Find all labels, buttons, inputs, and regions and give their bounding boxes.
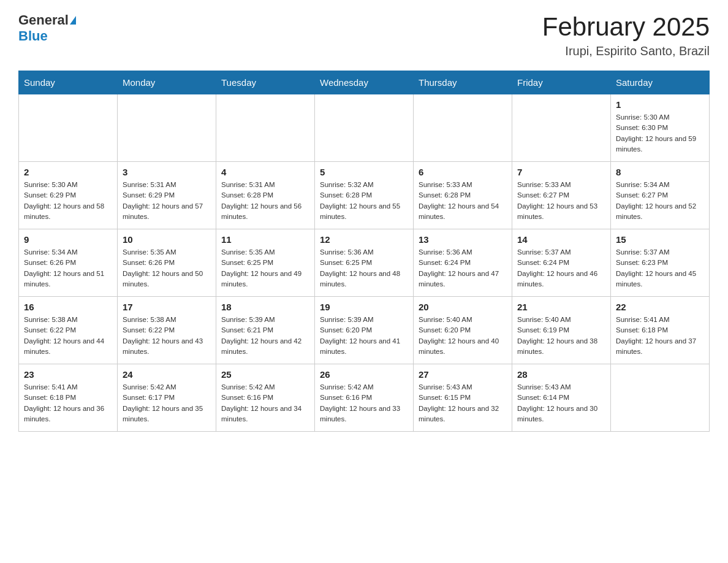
calendar-cell: 19Sunrise: 5:39 AMSunset: 6:20 PMDayligh… [315,297,414,364]
day-number: 11 [221,234,309,245]
day-number: 27 [419,369,507,380]
day-number: 12 [320,234,408,245]
calendar-cell: 4Sunrise: 5:31 AMSunset: 6:28 PMDaylight… [216,162,315,229]
day-of-week-header: Sunday [19,71,118,94]
day-number: 18 [221,302,309,312]
week-row: 1Sunrise: 5:30 AMSunset: 6:30 PMDaylight… [19,94,710,162]
day-number: 4 [221,167,309,177]
day-number: 15 [616,234,704,245]
day-info: Sunrise: 5:40 AMSunset: 6:19 PMDaylight:… [517,315,605,357]
day-number: 14 [517,234,605,245]
day-info: Sunrise: 5:42 AMSunset: 6:17 PMDaylight:… [123,382,211,424]
day-info: Sunrise: 5:38 AMSunset: 6:22 PMDaylight:… [123,315,211,357]
day-info: Sunrise: 5:38 AMSunset: 6:22 PMDaylight:… [24,315,112,357]
day-info: Sunrise: 5:43 AMSunset: 6:14 PMDaylight:… [517,382,605,424]
day-number: 22 [616,302,704,312]
calendar-cell: 18Sunrise: 5:39 AMSunset: 6:21 PMDayligh… [216,297,315,364]
calendar-cell [611,364,710,432]
day-info: Sunrise: 5:43 AMSunset: 6:15 PMDaylight:… [419,382,507,424]
day-info: Sunrise: 5:40 AMSunset: 6:20 PMDaylight:… [419,315,507,357]
calendar-cell: 12Sunrise: 5:36 AMSunset: 6:25 PMDayligh… [315,229,414,297]
day-info: Sunrise: 5:42 AMSunset: 6:16 PMDaylight:… [320,382,408,424]
logo-triangle-icon [70,16,76,25]
calendar-cell: 27Sunrise: 5:43 AMSunset: 6:15 PMDayligh… [414,364,512,432]
day-of-week-header: Tuesday [216,71,315,94]
day-number: 3 [123,167,211,177]
calendar-cell: 6Sunrise: 5:33 AMSunset: 6:28 PMDaylight… [414,162,512,229]
day-info: Sunrise: 5:35 AMSunset: 6:26 PMDaylight:… [123,247,211,289]
day-number: 19 [320,302,408,312]
calendar-cell: 15Sunrise: 5:37 AMSunset: 6:23 PMDayligh… [611,229,710,297]
day-number: 24 [123,369,211,380]
calendar-cell: 24Sunrise: 5:42 AMSunset: 6:17 PMDayligh… [118,364,216,432]
day-number: 26 [320,369,408,380]
calendar-cell: 13Sunrise: 5:36 AMSunset: 6:24 PMDayligh… [414,229,512,297]
day-info: Sunrise: 5:34 AMSunset: 6:27 PMDaylight:… [616,180,704,222]
week-row: 9Sunrise: 5:34 AMSunset: 6:26 PMDaylight… [19,229,710,297]
calendar-cell: 9Sunrise: 5:34 AMSunset: 6:26 PMDaylight… [19,229,118,297]
day-info: Sunrise: 5:32 AMSunset: 6:28 PMDaylight:… [320,180,408,222]
week-row: 2Sunrise: 5:30 AMSunset: 6:29 PMDaylight… [19,162,710,229]
day-number: 10 [123,234,211,245]
month-title: February 2025 [542,12,710,42]
day-number: 8 [616,167,704,177]
day-info: Sunrise: 5:31 AMSunset: 6:28 PMDaylight:… [221,180,309,222]
logo: General Blue [18,12,76,44]
calendar-cell: 1Sunrise: 5:30 AMSunset: 6:30 PMDaylight… [611,94,710,162]
calendar-cell: 2Sunrise: 5:30 AMSunset: 6:29 PMDaylight… [19,162,118,229]
calendar-cell: 23Sunrise: 5:41 AMSunset: 6:18 PMDayligh… [19,364,118,432]
day-of-week-header: Thursday [414,71,512,94]
day-number: 20 [419,302,507,312]
day-info: Sunrise: 5:37 AMSunset: 6:23 PMDaylight:… [616,247,704,289]
day-info: Sunrise: 5:31 AMSunset: 6:29 PMDaylight:… [123,180,211,222]
calendar-cell: 22Sunrise: 5:41 AMSunset: 6:18 PMDayligh… [611,297,710,364]
day-info: Sunrise: 5:35 AMSunset: 6:25 PMDaylight:… [221,247,309,289]
calendar-cell: 16Sunrise: 5:38 AMSunset: 6:22 PMDayligh… [19,297,118,364]
calendar-cell: 21Sunrise: 5:40 AMSunset: 6:19 PMDayligh… [512,297,611,364]
calendar-table: SundayMondayTuesdayWednesdayThursdayFrid… [18,71,710,432]
calendar-cell: 5Sunrise: 5:32 AMSunset: 6:28 PMDaylight… [315,162,414,229]
day-of-week-header: Saturday [611,71,710,94]
day-info: Sunrise: 5:33 AMSunset: 6:28 PMDaylight:… [419,180,507,222]
day-info: Sunrise: 5:30 AMSunset: 6:29 PMDaylight:… [24,180,112,222]
day-number: 17 [123,302,211,312]
week-row: 23Sunrise: 5:41 AMSunset: 6:18 PMDayligh… [19,364,710,432]
day-of-week-header: Wednesday [315,71,414,94]
day-number: 1 [616,99,704,110]
day-number: 13 [419,234,507,245]
logo-general: General [18,12,69,28]
location: Irupi, Espirito Santo, Brazil [542,44,710,58]
day-info: Sunrise: 5:39 AMSunset: 6:20 PMDaylight:… [320,315,408,357]
day-number: 2 [24,167,112,177]
calendar-cell [118,94,216,162]
day-info: Sunrise: 5:36 AMSunset: 6:25 PMDaylight:… [320,247,408,289]
calendar-cell: 25Sunrise: 5:42 AMSunset: 6:16 PMDayligh… [216,364,315,432]
calendar-cell: 3Sunrise: 5:31 AMSunset: 6:29 PMDaylight… [118,162,216,229]
day-info: Sunrise: 5:41 AMSunset: 6:18 PMDaylight:… [24,382,112,424]
day-info: Sunrise: 5:39 AMSunset: 6:21 PMDaylight:… [221,315,309,357]
calendar-cell [512,94,611,162]
day-number: 28 [517,369,605,380]
calendar-cell: 17Sunrise: 5:38 AMSunset: 6:22 PMDayligh… [118,297,216,364]
day-of-week-header: Monday [118,71,216,94]
day-number: 16 [24,302,112,312]
day-info: Sunrise: 5:41 AMSunset: 6:18 PMDaylight:… [616,315,704,357]
calendar-cell [315,94,414,162]
day-info: Sunrise: 5:30 AMSunset: 6:30 PMDaylight:… [616,112,704,155]
calendar-cell: 28Sunrise: 5:43 AMSunset: 6:14 PMDayligh… [512,364,611,432]
calendar-cell: 8Sunrise: 5:34 AMSunset: 6:27 PMDaylight… [611,162,710,229]
day-info: Sunrise: 5:36 AMSunset: 6:24 PMDaylight:… [419,247,507,289]
calendar-cell: 11Sunrise: 5:35 AMSunset: 6:25 PMDayligh… [216,229,315,297]
logo-blue: Blue [18,28,48,44]
day-number: 7 [517,167,605,177]
day-number: 21 [517,302,605,312]
calendar-cell [216,94,315,162]
page-header: General Blue February 2025 Irupi, Espiri… [18,12,710,58]
day-info: Sunrise: 5:33 AMSunset: 6:27 PMDaylight:… [517,180,605,222]
calendar-cell: 26Sunrise: 5:42 AMSunset: 6:16 PMDayligh… [315,364,414,432]
day-number: 23 [24,369,112,380]
day-number: 25 [221,369,309,380]
week-row: 16Sunrise: 5:38 AMSunset: 6:22 PMDayligh… [19,297,710,364]
day-info: Sunrise: 5:42 AMSunset: 6:16 PMDaylight:… [221,382,309,424]
calendar-cell: 20Sunrise: 5:40 AMSunset: 6:20 PMDayligh… [414,297,512,364]
